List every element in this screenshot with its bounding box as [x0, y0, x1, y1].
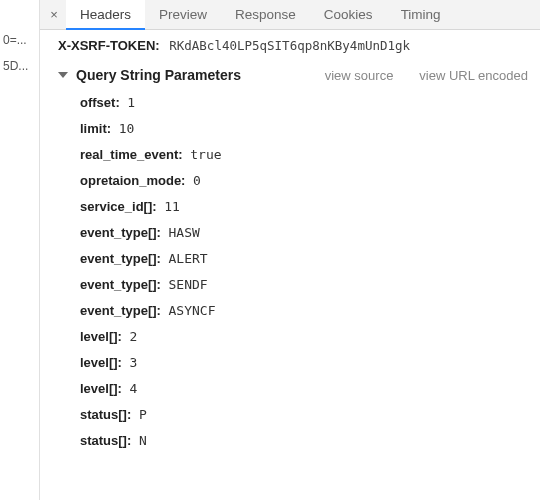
tab-cookies[interactable]: Cookies: [310, 0, 387, 30]
param-value: 1: [127, 95, 135, 110]
param-name: status[]:: [80, 433, 131, 448]
param-name: real_time_event:: [80, 147, 183, 162]
query-params-list: offset: 1limit: 10real_time_event: trueo…: [80, 93, 528, 451]
param-value: 10: [119, 121, 135, 136]
param-row: event_type[]: SENDF: [80, 275, 528, 295]
param-value: HASW: [169, 225, 200, 240]
request-list-item[interactable]: 0=...: [0, 27, 39, 53]
header-name: X-XSRF-TOKEN:: [58, 38, 160, 53]
param-row: level[]: 2: [80, 327, 528, 347]
param-name: service_id[]:: [80, 199, 157, 214]
param-name: event_type[]:: [80, 303, 161, 318]
param-row: status[]: N: [80, 431, 528, 451]
close-icon[interactable]: ×: [44, 5, 64, 25]
param-row: opretaion_mode: 0: [80, 171, 528, 191]
param-row: event_type[]: ASYNCF: [80, 301, 528, 321]
param-value: true: [190, 147, 221, 162]
devtools-network-detail: 0=... 5D... × Headers Preview Response C…: [0, 0, 540, 500]
param-value: 0: [193, 173, 201, 188]
param-name: offset:: [80, 95, 120, 110]
param-value: 4: [130, 381, 138, 396]
request-header-row: X-XSRF-TOKEN: RKdABcl40LP5qSIT6qp8nKBy4m…: [58, 38, 528, 53]
param-value: 11: [164, 199, 180, 214]
headers-content: X-XSRF-TOKEN: RKdABcl40LP5qSIT6qp8nKBy4m…: [40, 30, 540, 500]
param-row: real_time_event: true: [80, 145, 528, 165]
param-row: offset: 1: [80, 93, 528, 113]
param-name: level[]:: [80, 329, 122, 344]
request-list-column: 0=... 5D...: [0, 0, 40, 500]
view-source-link[interactable]: view source: [325, 68, 394, 83]
param-value: 2: [130, 329, 138, 344]
param-row: event_type[]: HASW: [80, 223, 528, 243]
tab-preview[interactable]: Preview: [145, 0, 221, 30]
param-value: SENDF: [169, 277, 208, 292]
param-row: status[]: P: [80, 405, 528, 425]
param-value: 3: [130, 355, 138, 370]
detail-tabbar: × Headers Preview Response Cookies Timin…: [40, 0, 540, 30]
detail-panel: × Headers Preview Response Cookies Timin…: [40, 0, 540, 500]
param-value: P: [139, 407, 147, 422]
triangle-down-icon: [58, 72, 68, 78]
tab-headers[interactable]: Headers: [66, 0, 145, 30]
param-name: level[]:: [80, 355, 122, 370]
param-name: event_type[]:: [80, 251, 161, 266]
param-row: event_type[]: ALERT: [80, 249, 528, 269]
param-value: ALERT: [169, 251, 208, 266]
param-value: N: [139, 433, 147, 448]
param-name: status[]:: [80, 407, 131, 422]
param-row: limit: 10: [80, 119, 528, 139]
param-row: level[]: 4: [80, 379, 528, 399]
request-list-item[interactable]: 5D...: [0, 53, 39, 79]
section-actions: view source view URL encoded: [325, 68, 528, 83]
param-name: opretaion_mode:: [80, 173, 185, 188]
param-name: event_type[]:: [80, 277, 161, 292]
param-row: level[]: 3: [80, 353, 528, 373]
header-value: RKdABcl40LP5qSIT6qp8nKBy4mUnD1gk: [169, 38, 410, 53]
tab-timing[interactable]: Timing: [387, 0, 455, 30]
param-value: ASYNCF: [169, 303, 216, 318]
param-row: service_id[]: 11: [80, 197, 528, 217]
query-string-section-header[interactable]: Query String Parameters view source view…: [58, 67, 528, 83]
param-name: level[]:: [80, 381, 122, 396]
param-name: limit:: [80, 121, 111, 136]
section-title: Query String Parameters: [76, 67, 241, 83]
view-url-encoded-link[interactable]: view URL encoded: [419, 68, 528, 83]
param-name: event_type[]:: [80, 225, 161, 240]
tab-response[interactable]: Response: [221, 0, 310, 30]
